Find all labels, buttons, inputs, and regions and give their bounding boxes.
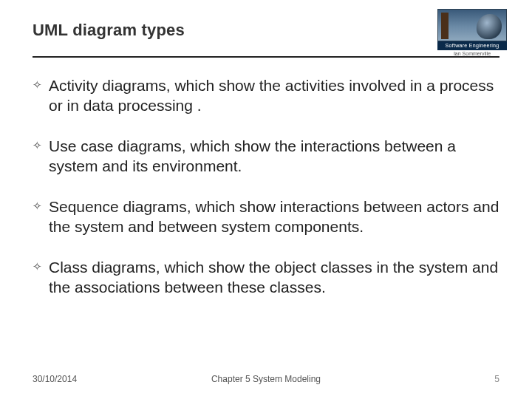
list-item: ✧ Sequence diagrams, which show interact… [33,197,499,257]
content: ✧ Activity diagrams, which show the acti… [33,58,499,318]
footer: 30/10/2014 Chapter 5 System Modeling 5 [0,374,532,384]
diamond-bullet-icon: ✧ [33,257,49,276]
book-logo: Software Engineering Ian Sommerville [437,9,507,56]
list-item-text: Use case diagrams, which show the intera… [49,136,499,176]
logo-sub-text: Ian Sommerville [437,51,507,56]
header: UML diagram types Software Engineering I… [33,21,499,40]
list-item-text: Class diagrams, which show the object cl… [49,257,499,297]
list-item: ✧ Class diagrams, which show the object … [33,257,499,318]
diamond-bullet-icon: ✧ [33,136,49,155]
list-item-text: Sequence diagrams, which show interactio… [49,197,499,236]
list-item: ✧ Use case diagrams, which show the inte… [33,136,499,197]
list-item-text: Activity diagrams, which show the activi… [49,75,499,115]
footer-chapter: Chapter 5 System Modeling [0,374,532,384]
diamond-bullet-icon: ✧ [33,75,49,95]
logo-photo [437,9,507,41]
slide-title: UML diagram types [33,21,499,40]
diamond-bullet-icon: ✧ [33,197,49,216]
slide: UML diagram types Software Engineering I… [0,0,532,399]
logo-bar-text: Software Engineering [437,41,507,50]
list-item: ✧ Activity diagrams, which show the acti… [33,75,499,136]
